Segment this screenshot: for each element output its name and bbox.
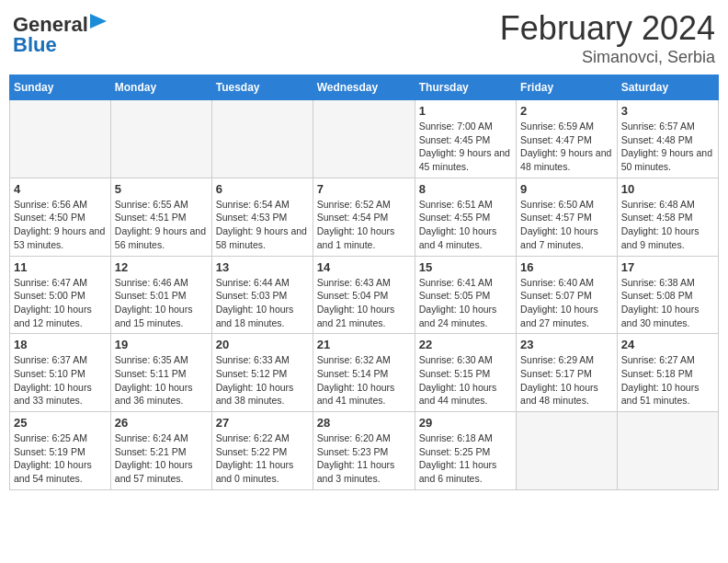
day-number: 27 — [216, 416, 309, 430]
calendar-cell: 24Sunrise: 6:27 AMSunset: 5:18 PMDayligh… — [617, 334, 718, 412]
day-number: 6 — [216, 182, 309, 196]
day-number: 4 — [14, 182, 107, 196]
day-number: 17 — [621, 260, 714, 274]
calendar-cell: 21Sunrise: 6:32 AMSunset: 5:14 PMDayligh… — [313, 334, 415, 412]
calendar-cell: 6Sunrise: 6:54 AMSunset: 4:53 PMDaylight… — [211, 178, 313, 256]
weekday-header-saturday: Saturday — [617, 75, 718, 100]
day-number: 10 — [621, 182, 714, 196]
day-number: 9 — [520, 182, 613, 196]
calendar-cell — [617, 412, 718, 490]
weekday-header-sunday: Sunday — [10, 75, 111, 100]
week-row-2: 4Sunrise: 6:56 AMSunset: 4:50 PMDaylight… — [10, 178, 719, 256]
month-title: February 2024 — [500, 9, 715, 48]
day-info: Sunrise: 6:51 AMSunset: 4:55 PMDaylight:… — [419, 198, 512, 252]
day-info: Sunrise: 6:32 AMSunset: 5:14 PMDaylight:… — [317, 353, 411, 408]
day-number: 25 — [14, 416, 107, 430]
calendar-cell: 23Sunrise: 6:29 AMSunset: 5:17 PMDayligh… — [517, 334, 618, 412]
calendar-cell: 10Sunrise: 6:48 AMSunset: 4:58 PMDayligh… — [617, 178, 718, 256]
calendar-cell: 27Sunrise: 6:22 AMSunset: 5:22 PMDayligh… — [211, 412, 313, 490]
calendar-cell: 20Sunrise: 6:33 AMSunset: 5:12 PMDayligh… — [211, 334, 313, 412]
day-number: 19 — [115, 338, 208, 351]
page-header: General Blue February 2024 Simanovci, Se… — [9, 9, 719, 67]
day-number: 21 — [317, 338, 411, 351]
day-number: 26 — [115, 416, 208, 430]
calendar-cell: 13Sunrise: 6:44 AMSunset: 5:03 PMDayligh… — [211, 256, 313, 334]
calendar-cell: 14Sunrise: 6:43 AMSunset: 5:04 PMDayligh… — [313, 256, 415, 334]
week-row-4: 18Sunrise: 6:37 AMSunset: 5:10 PMDayligh… — [10, 334, 719, 412]
day-info: Sunrise: 6:54 AMSunset: 4:53 PMDaylight:… — [216, 198, 309, 252]
day-number: 1 — [419, 104, 512, 118]
location-title: Simanovci, Serbia — [500, 48, 715, 67]
day-number: 13 — [216, 260, 309, 274]
day-info: Sunrise: 6:37 AMSunset: 5:10 PMDaylight:… — [14, 353, 107, 408]
day-number: 22 — [419, 338, 512, 351]
calendar-cell: 8Sunrise: 6:51 AMSunset: 4:55 PMDaylight… — [415, 178, 516, 256]
title-area: February 2024 Simanovci, Serbia — [500, 9, 715, 67]
day-info: Sunrise: 6:20 AMSunset: 5:23 PMDaylight:… — [317, 431, 411, 486]
logo-icon — [90, 14, 107, 34]
calendar-cell: 18Sunrise: 6:37 AMSunset: 5:10 PMDayligh… — [10, 334, 111, 412]
calendar-cell — [517, 412, 618, 490]
week-row-1: 1Sunrise: 7:00 AMSunset: 4:45 PMDaylight… — [10, 100, 719, 178]
day-number: 29 — [419, 416, 512, 430]
day-info: Sunrise: 7:00 AMSunset: 4:45 PMDaylight:… — [419, 120, 512, 174]
calendar-cell — [211, 100, 313, 178]
calendar-cell: 25Sunrise: 6:25 AMSunset: 5:19 PMDayligh… — [10, 412, 111, 490]
day-info: Sunrise: 6:29 AMSunset: 5:17 PMDaylight:… — [520, 353, 613, 408]
day-info: Sunrise: 6:57 AMSunset: 4:48 PMDaylight:… — [621, 120, 714, 174]
day-number: 14 — [317, 260, 411, 274]
day-info: Sunrise: 6:59 AMSunset: 4:47 PMDaylight:… — [520, 120, 613, 174]
calendar-cell: 15Sunrise: 6:41 AMSunset: 5:05 PMDayligh… — [415, 256, 516, 334]
logo: General Blue — [13, 13, 107, 57]
calendar-cell: 3Sunrise: 6:57 AMSunset: 4:48 PMDaylight… — [617, 100, 718, 178]
day-info: Sunrise: 6:48 AMSunset: 4:58 PMDaylight:… — [621, 198, 714, 252]
calendar-cell: 22Sunrise: 6:30 AMSunset: 5:15 PMDayligh… — [415, 334, 516, 412]
calendar-cell: 19Sunrise: 6:35 AMSunset: 5:11 PMDayligh… — [110, 334, 211, 412]
day-info: Sunrise: 6:24 AMSunset: 5:21 PMDaylight:… — [115, 431, 208, 486]
day-info: Sunrise: 6:35 AMSunset: 5:11 PMDaylight:… — [115, 353, 208, 408]
day-info: Sunrise: 6:18 AMSunset: 5:25 PMDaylight:… — [419, 431, 512, 486]
calendar-cell: 9Sunrise: 6:50 AMSunset: 4:57 PMDaylight… — [517, 178, 618, 256]
day-info: Sunrise: 6:38 AMSunset: 5:08 PMDaylight:… — [621, 276, 714, 330]
day-info: Sunrise: 6:55 AMSunset: 4:51 PMDaylight:… — [115, 198, 208, 252]
weekday-header-thursday: Thursday — [415, 75, 516, 100]
weekday-header-tuesday: Tuesday — [211, 75, 313, 100]
day-number: 12 — [115, 260, 208, 274]
day-info: Sunrise: 6:50 AMSunset: 4:57 PMDaylight:… — [520, 198, 613, 252]
calendar-cell: 17Sunrise: 6:38 AMSunset: 5:08 PMDayligh… — [617, 256, 718, 334]
calendar-cell: 4Sunrise: 6:56 AMSunset: 4:50 PMDaylight… — [10, 178, 111, 256]
day-info: Sunrise: 6:30 AMSunset: 5:15 PMDaylight:… — [419, 353, 512, 408]
weekday-header-monday: Monday — [110, 75, 211, 100]
calendar-cell: 2Sunrise: 6:59 AMSunset: 4:47 PMDaylight… — [517, 100, 618, 178]
day-info: Sunrise: 6:41 AMSunset: 5:05 PMDaylight:… — [419, 276, 512, 330]
day-number: 8 — [419, 182, 512, 196]
day-number: 2 — [520, 104, 613, 118]
day-info: Sunrise: 6:52 AMSunset: 4:54 PMDaylight:… — [317, 198, 411, 252]
day-info: Sunrise: 6:56 AMSunset: 4:50 PMDaylight:… — [14, 198, 107, 252]
day-info: Sunrise: 6:44 AMSunset: 5:03 PMDaylight:… — [216, 276, 309, 330]
day-info: Sunrise: 6:33 AMSunset: 5:12 PMDaylight:… — [216, 353, 309, 408]
week-row-5: 25Sunrise: 6:25 AMSunset: 5:19 PMDayligh… — [10, 412, 719, 490]
calendar-table: SundayMondayTuesdayWednesdayThursdayFrid… — [9, 75, 719, 490]
day-number: 7 — [317, 182, 411, 196]
calendar-cell: 29Sunrise: 6:18 AMSunset: 5:25 PMDayligh… — [415, 412, 516, 490]
calendar-cell: 5Sunrise: 6:55 AMSunset: 4:51 PMDaylight… — [110, 178, 211, 256]
day-number: 28 — [317, 416, 411, 430]
weekday-header-wednesday: Wednesday — [313, 75, 415, 100]
day-number: 11 — [14, 260, 107, 274]
calendar-cell: 16Sunrise: 6:40 AMSunset: 5:07 PMDayligh… — [517, 256, 618, 334]
calendar-cell — [10, 100, 111, 178]
day-number: 5 — [115, 182, 208, 196]
calendar-cell: 1Sunrise: 7:00 AMSunset: 4:45 PMDaylight… — [415, 100, 516, 178]
calendar-cell: 11Sunrise: 6:47 AMSunset: 5:00 PMDayligh… — [10, 256, 111, 334]
day-number: 18 — [14, 338, 107, 351]
week-row-3: 11Sunrise: 6:47 AMSunset: 5:00 PMDayligh… — [10, 256, 719, 334]
day-info: Sunrise: 6:22 AMSunset: 5:22 PMDaylight:… — [216, 431, 309, 486]
day-info: Sunrise: 6:47 AMSunset: 5:00 PMDaylight:… — [14, 276, 107, 330]
day-info: Sunrise: 6:40 AMSunset: 5:07 PMDaylight:… — [520, 276, 613, 330]
day-info: Sunrise: 6:46 AMSunset: 5:01 PMDaylight:… — [115, 276, 208, 330]
day-number: 23 — [520, 338, 613, 351]
weekday-header-friday: Friday — [517, 75, 618, 100]
calendar-cell — [313, 100, 415, 178]
day-info: Sunrise: 6:25 AMSunset: 5:19 PMDaylight:… — [14, 431, 107, 486]
